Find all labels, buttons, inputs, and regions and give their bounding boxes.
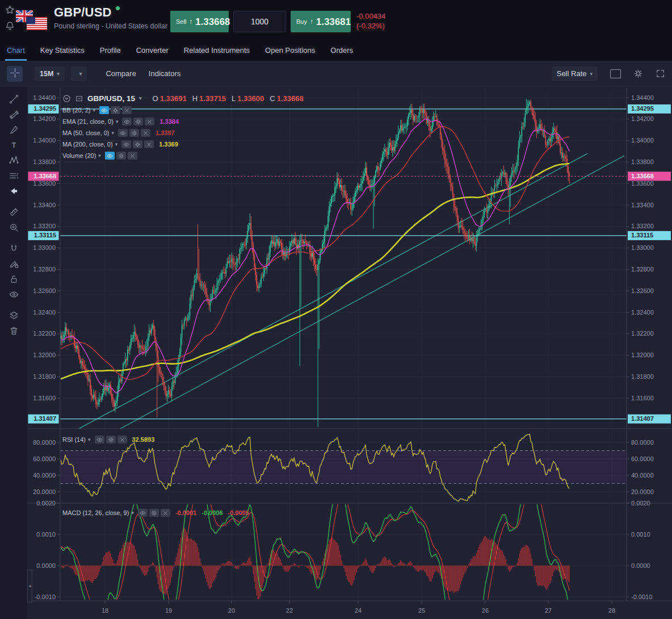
indicators-button[interactable]: Indicators [145,69,180,78]
lock-tool[interactable] [5,271,22,287]
sell-button[interactable]: Sell ↑ 1.33668 [170,11,229,32]
rsi-legend: RSI (14)▾32.5893 [62,434,154,445]
pencil-tool[interactable] [5,256,22,271]
macd-legend: MACD (12, 26, close, 9)▾-0.0001-0.0006-0… [62,507,249,518]
chevron-down-icon: ▾ [79,71,82,77]
change-percent: (-0.32%) [356,21,385,31]
eye-button[interactable] [118,129,128,137]
text-tool[interactable]: T [5,137,22,153]
tab-open-positions[interactable]: Open Positions [265,40,315,61]
tab-profile[interactable]: Profile [100,40,121,61]
eye-button[interactable] [121,140,131,148]
chevron-down-icon: ▾ [98,153,101,158]
buy-arrow-up-icon: ↑ [310,18,313,26]
ruler-tool[interactable] [5,204,22,220]
pattern-tool[interactable] [5,153,22,168]
trading-app: GBP/USD Pound sterling - United States d… [0,0,672,619]
fullscreen-button[interactable] [656,69,665,78]
buy-button[interactable]: Buy ↑ 1.33681 [291,11,351,32]
gear-button[interactable] [116,152,126,160]
svg-text:1.34200: 1.34200 [631,115,654,122]
svg-text:1.34295: 1.34295 [33,105,56,112]
indicator-label[interactable]: Volume (20) [62,152,96,159]
symbol-interval-label[interactable]: GBP/USD, 15 [87,94,135,103]
interval-dropdown[interactable]: 15M ▾ [35,66,65,81]
remove-indicator-button[interactable] [141,129,150,137]
crosshair-tool-button[interactable] [7,66,23,82]
chart-area[interactable]: 1.344001.342001.340001.338001.336001.334… [27,86,672,619]
tab-chart[interactable]: Chart [7,40,25,61]
chart-settings-button[interactable] [633,69,643,78]
eye-tool[interactable] [5,287,22,302]
eye-button[interactable] [99,106,109,114]
remove-indicator-button[interactable] [144,140,154,148]
indicator-legend-row: MA (50, close, 0)▾1.3397 [62,127,304,139]
chevron-circle-icon[interactable] [62,94,71,103]
magnet-tool[interactable] [5,241,22,256]
change-absolute: -0.00434 [356,11,385,21]
gear-button[interactable] [129,129,139,137]
svg-text:1.33800: 1.33800 [33,158,56,165]
svg-text:0.0020: 0.0020 [36,500,56,507]
svg-text:1.32400: 1.32400 [631,309,654,316]
gear-button[interactable] [111,106,120,114]
sell-arrow-up-icon: ↑ [189,18,192,26]
layers-tool[interactable] [5,308,22,323]
svg-text:1.33200: 1.33200 [631,223,654,229]
eye-button[interactable] [95,436,104,444]
tab-related-instruments[interactable]: Related Instruments [184,40,250,61]
svg-text:0.0020: 0.0020 [631,500,650,507]
indicator-label[interactable]: RSI (14) [62,436,86,443]
indicator-legend-row: Volume (20)▾ [62,150,304,161]
price-chart[interactable]: 1.344001.342001.340001.338001.336001.334… [27,86,672,619]
gear-button[interactable] [133,140,142,148]
zoom-tool[interactable] [5,220,22,235]
drawing-tools-rail: T [0,86,27,619]
indicator-label[interactable]: BB (20, 2) [62,107,91,114]
trash-tool[interactable] [5,323,22,338]
eye-icon [9,290,19,299]
square-minus-icon[interactable] [75,94,83,103]
compare-button[interactable]: Compare [102,69,136,78]
svg-text:20: 20 [228,607,235,614]
tab-orders[interactable]: Orders [330,40,353,61]
remove-indicator-button[interactable] [161,509,170,517]
macd-value: -0.0001 [175,509,196,516]
chart-toolbar: 15M ▾ ▾ Compare Indicators Sell Rate ▾ [0,61,672,86]
eye-button[interactable] [105,152,115,160]
indicator-label[interactable]: MA (200, close, 0) [62,141,113,148]
indicator-label[interactable]: MACD (12, 26, close, 9) [62,509,129,516]
indicator-label[interactable]: EMA (21, close, 0) [62,118,114,125]
chart-workspace: T 1.344001.342001.340001.338001.336001.3… [0,86,672,619]
gear-button[interactable] [133,118,143,126]
eye-button[interactable] [122,118,132,126]
tab-key-statistics[interactable]: Key Statistics [40,40,85,61]
remove-indicator-button[interactable] [128,152,137,160]
gear-button[interactable] [149,509,159,517]
favorite-star-icon[interactable] [5,5,15,17]
svg-text:1.32200: 1.32200 [33,330,56,337]
position-tool[interactable] [5,168,22,183]
price-source-dropdown[interactable]: Sell Rate ▾ [552,66,598,81]
snapshot-button[interactable] [610,69,621,78]
eye-button[interactable] [138,509,148,517]
remove-indicator-button[interactable] [122,106,132,114]
trendline-tool[interactable] [5,91,22,107]
remove-indicator-button[interactable] [145,118,154,126]
arrow-left-tool[interactable] [5,183,22,199]
brush-tool[interactable] [5,122,22,137]
gear-button[interactable] [106,436,116,444]
chevron-down-icon: ▾ [590,71,593,77]
svg-text:-0.0010: -0.0010 [631,593,652,600]
fib-tool[interactable] [5,107,22,122]
scale-collapse-handle[interactable]: ◂ [27,570,32,603]
indicator-label[interactable]: MA (50, close, 0) [62,129,110,136]
svg-text:60.0000: 60.0000 [631,455,654,462]
brush-icon [9,125,19,135]
tab-converter[interactable]: Converter [136,40,169,61]
chart-style-dropdown[interactable]: ▾ [71,66,87,81]
alert-bell-icon[interactable] [5,21,15,33]
quantity-input[interactable]: 1000 [233,11,286,32]
remove-indicator-button[interactable] [117,436,127,444]
indicator-value: 32.5893 [132,436,155,443]
